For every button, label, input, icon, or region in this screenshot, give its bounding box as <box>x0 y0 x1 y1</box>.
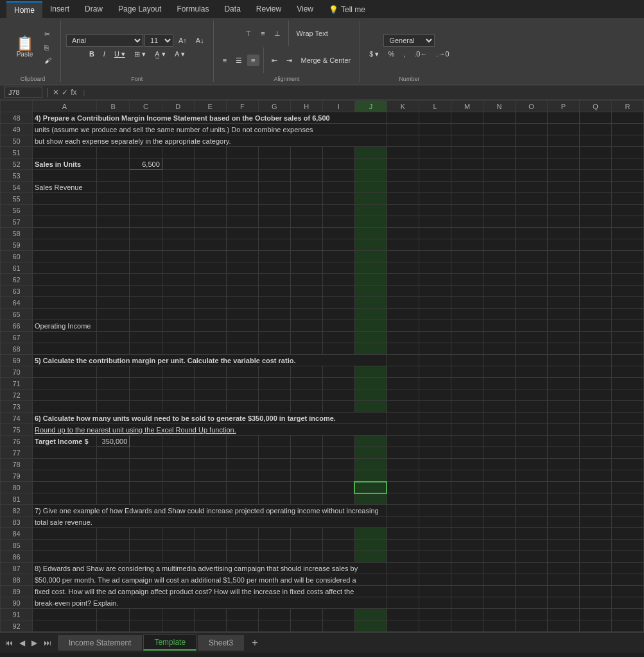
cell-61-C[interactable] <box>130 262 162 274</box>
cell-78-I[interactable] <box>322 459 354 470</box>
cell-61-B[interactable] <box>97 262 130 274</box>
cell-70-P[interactable] <box>547 366 579 378</box>
cell-73-G[interactable] <box>258 401 290 413</box>
cell-72-Q[interactable] <box>579 389 611 401</box>
cell-64-C[interactable] <box>130 297 162 309</box>
cell-57-M[interactable] <box>451 216 483 228</box>
cell-71-C[interactable] <box>130 378 162 389</box>
cell-89-N[interactable] <box>483 586 515 597</box>
cell-64-Q[interactable] <box>579 297 611 309</box>
cell-53-C[interactable] <box>130 170 162 182</box>
cell-82-P[interactable] <box>547 505 579 516</box>
cell-69-R[interactable] <box>611 355 643 366</box>
cell-64-G[interactable] <box>258 297 290 309</box>
cell-51-H[interactable] <box>290 147 322 158</box>
row-header-71[interactable]: 71 <box>1 378 33 389</box>
tab-page-layout[interactable]: Page Layout <box>110 1 169 18</box>
cell-64-B[interactable] <box>97 297 130 309</box>
cell-83-N[interactable] <box>483 516 515 528</box>
row-header-87[interactable]: 87 <box>1 563 33 574</box>
cell-66-M[interactable] <box>451 320 483 332</box>
cell-69-N[interactable] <box>483 355 515 366</box>
row-header-64[interactable]: 64 <box>1 297 33 309</box>
font-family-select[interactable]: Arial Calibri Times New Roman <box>66 34 143 47</box>
row-header-74[interactable]: 74 <box>1 413 33 424</box>
cell-68-R[interactable] <box>611 343 643 355</box>
cell-79-G[interactable] <box>258 470 290 482</box>
cell-56-C[interactable] <box>130 205 162 216</box>
cell-81-B[interactable] <box>97 493 130 505</box>
cell-60-Q[interactable] <box>579 251 611 262</box>
cell-87-L[interactable] <box>419 563 451 574</box>
cell-77-N[interactable] <box>483 447 515 459</box>
align-top-button[interactable]: ⊤ <box>241 28 256 40</box>
cell-64-E[interactable] <box>194 297 226 309</box>
cell-60-F[interactable] <box>226 251 258 262</box>
cell-49-M[interactable] <box>451 124 483 135</box>
cell-93-Q[interactable] <box>579 632 611 633</box>
cell-72-M[interactable] <box>451 389 483 401</box>
cell-65-H[interactable] <box>290 309 322 320</box>
cell-71-I[interactable] <box>322 378 354 389</box>
cell-88-M[interactable] <box>451 574 483 586</box>
cell-63-M[interactable] <box>451 286 483 297</box>
cell-50-Q[interactable] <box>579 135 611 147</box>
cell-59-R[interactable] <box>611 239 643 251</box>
nav-first-tab[interactable]: ⏮ <box>3 637 15 649</box>
cell-80-B[interactable] <box>97 482 130 493</box>
cell-81-O[interactable] <box>515 493 547 505</box>
cell-91-D[interactable] <box>162 609 194 620</box>
cell-56-E[interactable] <box>194 205 226 216</box>
cell-85-N[interactable] <box>483 540 515 551</box>
cell-49-R[interactable] <box>611 124 643 135</box>
cell-86-G[interactable] <box>258 551 290 563</box>
cell-91-J[interactable] <box>354 609 387 620</box>
cell-86-H[interactable] <box>290 551 322 563</box>
cell-93-P[interactable] <box>547 632 579 633</box>
cell-51-I[interactable] <box>322 147 354 158</box>
cell-80-I[interactable] <box>322 482 354 493</box>
cell-63-A[interactable] <box>33 286 97 297</box>
cell-84-J[interactable] <box>354 528 387 540</box>
cell-75-K[interactable] <box>387 424 419 436</box>
cell-81-C[interactable] <box>130 493 162 505</box>
cell-52-J[interactable] <box>354 158 387 170</box>
cell-92-G[interactable] <box>258 620 290 632</box>
indent-decrease-button[interactable]: ⇤ <box>268 55 281 67</box>
cell-60-A[interactable] <box>33 251 97 262</box>
col-header-g[interactable]: G <box>258 101 290 112</box>
cell-51-L[interactable] <box>419 147 451 158</box>
cell-76-J[interactable] <box>354 436 387 447</box>
cell-59-K[interactable] <box>387 239 419 251</box>
cell-62-J[interactable] <box>354 274 387 286</box>
cell-62-Q[interactable] <box>579 274 611 286</box>
decimal-increase-button[interactable]: .→0 <box>432 48 453 60</box>
cell-80-M[interactable] <box>451 482 483 493</box>
cell-62-O[interactable] <box>515 274 547 286</box>
row-header-65[interactable]: 65 <box>1 309 33 320</box>
cell-57-G[interactable] <box>258 216 290 228</box>
cell-72-R[interactable] <box>611 389 643 401</box>
cell-91-P[interactable] <box>547 609 579 620</box>
cell-64-M[interactable] <box>451 297 483 309</box>
cell-70-G[interactable] <box>258 366 290 378</box>
cell-65-L[interactable] <box>419 309 451 320</box>
cell-67-O[interactable] <box>515 332 547 343</box>
cell-81-E[interactable] <box>194 493 226 505</box>
cell-83-R[interactable] <box>611 516 643 528</box>
align-right-button[interactable]: ≡ <box>247 55 259 66</box>
cell-76-L[interactable] <box>419 436 451 447</box>
cancel-formula-icon[interactable]: ✕ <box>53 88 59 97</box>
cell-93-O[interactable] <box>515 632 547 633</box>
col-header-j[interactable]: J <box>354 101 387 112</box>
cell-48-L[interactable] <box>419 112 451 124</box>
cell-78-H[interactable] <box>290 459 322 470</box>
cell-67-L[interactable] <box>419 332 451 343</box>
cell-77-F[interactable] <box>226 447 258 459</box>
cell-76-O[interactable] <box>515 436 547 447</box>
cell-85-Q[interactable] <box>579 540 611 551</box>
cell-91-F[interactable] <box>226 609 258 620</box>
cell-82-A[interactable]: 7) Give one example of how Edwards and S… <box>33 505 387 516</box>
cell-59-J[interactable] <box>354 239 387 251</box>
col-header-l[interactable]: L <box>419 101 451 112</box>
